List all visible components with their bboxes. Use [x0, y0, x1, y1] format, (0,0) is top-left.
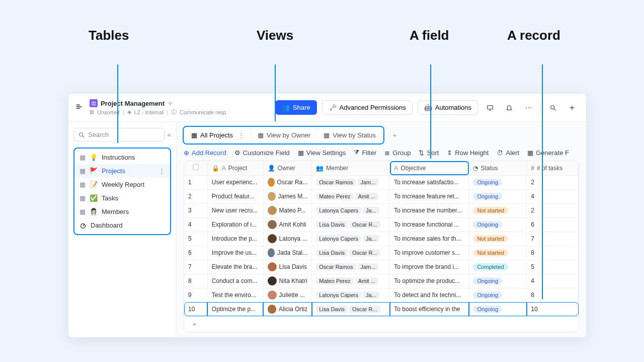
cell-owner[interactable]: Juliette ...: [263, 288, 312, 302]
member-chip[interactable]: Oscar Ramos: [316, 179, 356, 186]
member-chip[interactable]: Ja...: [363, 292, 379, 299]
member-chip[interactable]: Oscar R...: [349, 221, 380, 228]
table-row[interactable]: 4Exploration of i...Amit KohliLisa Davis…: [184, 218, 579, 232]
base-title[interactable]: Project Management: [101, 100, 165, 107]
sidebar-item-weekly-report[interactable]: ▦📝Weekly Report: [74, 178, 170, 191]
plus-icon[interactable]: [565, 101, 579, 115]
member-chip[interactable]: Latonya Capers: [316, 207, 361, 214]
cell-status[interactable]: Completed: [469, 260, 527, 274]
select-all-checkbox[interactable]: [193, 164, 199, 170]
cell-project[interactable]: Introduce the p...: [207, 232, 263, 246]
member-chip[interactable]: Latonya Capers: [316, 292, 361, 299]
cell-project[interactable]: Conduct a com...: [207, 274, 263, 288]
cell-member[interactable]: Lisa DavisOscar R...: [312, 246, 390, 260]
member-chip[interactable]: Lisa Davis: [316, 249, 348, 256]
cell-project[interactable]: New user recru...: [207, 203, 263, 218]
cell-tasks[interactable]: 10: [527, 302, 579, 316]
view-settings-button[interactable]: ▦View Settings: [298, 149, 346, 157]
column-member[interactable]: 👥Member: [312, 161, 390, 175]
security-label[interactable]: L2 - Internal: [134, 109, 164, 115]
cell-member[interactable]: Lisa DavisOscar R...: [312, 302, 390, 316]
cell-owner[interactable]: Jada Stal...: [263, 246, 312, 260]
cell-project[interactable]: Optimize the p...: [207, 302, 263, 316]
share-button[interactable]: 👥 Share: [275, 100, 317, 115]
member-chip[interactable]: Oscar Ramos: [316, 263, 356, 270]
cell-tasks[interactable]: 2: [527, 203, 579, 218]
pin-icon[interactable]: ✧: [168, 100, 173, 107]
cell-project[interactable]: Exploration of i...: [207, 218, 263, 232]
sidebar-item-dashboard[interactable]: Dashboard: [74, 219, 170, 232]
cell-status[interactable]: Ongoing: [469, 302, 527, 316]
cell-status[interactable]: Ongoing: [469, 189, 527, 203]
cell-objective[interactable]: To boost efficiency in the: [390, 302, 469, 316]
cell-tasks[interactable]: 5: [527, 260, 579, 274]
view-tab[interactable]: ▦View by Status: [318, 129, 381, 141]
advanced-permissions-button[interactable]: 🗝️ Advanced Permissions: [322, 100, 413, 115]
cell-member[interactable]: Latonya CapersJa...: [312, 232, 390, 246]
member-chip[interactable]: Jam...: [358, 179, 379, 186]
member-chip[interactable]: Amit ...: [355, 277, 378, 284]
cell-member[interactable]: Latonya CapersJa...: [312, 203, 390, 218]
search-icon[interactable]: [546, 101, 560, 115]
generate-button[interactable]: ▦Generate F: [527, 149, 569, 157]
member-chip[interactable]: Lisa Davis: [316, 221, 348, 228]
filter-button[interactable]: ⧩Filter: [354, 149, 376, 157]
alert-button[interactable]: ⏱Alert: [497, 149, 519, 157]
sidebar-item-members[interactable]: ▦👩🏻‍💼Members: [74, 205, 170, 219]
cell-project[interactable]: Improve the us...: [207, 246, 263, 260]
cell-status[interactable]: Ongoing: [469, 218, 527, 232]
cell-owner[interactable]: Lisa Davis: [263, 260, 312, 274]
column-status[interactable]: ◔Status: [469, 161, 527, 175]
cell-objective[interactable]: To increase functional ...: [390, 218, 469, 232]
row-height-button[interactable]: ⇕Row Height: [447, 149, 489, 157]
member-chip[interactable]: Oscar R...: [349, 249, 380, 256]
member-chip[interactable]: Latonya Capers: [316, 235, 361, 242]
member-chip[interactable]: Mateo Perez: [316, 193, 353, 200]
cell-objective[interactable]: To improve the brand i...: [390, 260, 469, 274]
cell-tasks[interactable]: 6: [527, 218, 579, 232]
cell-project[interactable]: Elevate the bra...: [207, 260, 263, 274]
table-row[interactable]: 7Elevate the bra...Lisa DavisOscar Ramos…: [184, 260, 579, 274]
cell-objective[interactable]: To increase feature ret...: [390, 189, 469, 203]
member-chip[interactable]: Lisa Davis: [316, 306, 348, 313]
cell-status[interactable]: Not started: [469, 232, 527, 246]
cell-owner[interactable]: Mateo P...: [263, 203, 312, 218]
column-owner[interactable]: 👤Owner: [263, 161, 312, 175]
cell-objective[interactable]: To increase satisfactio...: [390, 175, 469, 189]
cell-tasks[interactable]: 4: [527, 274, 579, 288]
presentation-icon[interactable]: [483, 101, 497, 115]
table-row[interactable]: 9Test the enviro...Juliette ...Latonya C…: [184, 288, 579, 302]
cell-member[interactable]: Latonya CapersJa...: [312, 288, 390, 302]
cell-member[interactable]: Oscar RamosJam...: [312, 175, 390, 189]
folder-label[interactable]: Unsorted: [97, 109, 120, 115]
add-view-button[interactable]: ＋: [388, 129, 401, 142]
column-objective[interactable]: AObjective: [390, 161, 469, 175]
more-icon[interactable]: ⋯: [521, 101, 535, 115]
cell-status[interactable]: Ongoing: [469, 274, 527, 288]
cell-status[interactable]: Not started: [469, 246, 527, 260]
cell-project[interactable]: Product featur...: [207, 189, 263, 203]
collapse-sidebar-icon[interactable]: «: [168, 131, 171, 138]
cell-status[interactable]: Ongoing: [469, 288, 527, 302]
cell-status[interactable]: Ongoing: [469, 175, 527, 189]
member-chip[interactable]: Ja...: [363, 207, 379, 214]
cell-tasks[interactable]: 8: [527, 246, 579, 260]
member-chip[interactable]: Jam...: [358, 263, 379, 270]
cell-member[interactable]: Mateo PerezAmit ...: [312, 274, 390, 288]
view-tab[interactable]: ▦All Projects⋮: [186, 129, 250, 141]
more-icon[interactable]: ⋮: [158, 167, 165, 175]
cell-member[interactable]: Lisa DavisOscar R...: [312, 218, 390, 232]
table-row[interactable]: 10Optimize the p...Alicia OrtizLisa Davi…: [184, 302, 579, 316]
cell-tasks[interactable]: 8: [527, 288, 579, 302]
column-project[interactable]: 🔒AProject: [207, 161, 263, 175]
bell-icon[interactable]: [502, 101, 516, 115]
cell-owner[interactable]: Latonya ...: [263, 232, 312, 246]
more-icon[interactable]: ⋮: [238, 131, 245, 139]
cell-status[interactable]: Not started: [469, 203, 527, 218]
cell-project[interactable]: Test the enviro...: [207, 288, 263, 302]
sidebar-item-instructions[interactable]: ▦💡Instructions: [74, 151, 170, 164]
add-row-button[interactable]: ＋: [184, 317, 579, 332]
cell-member[interactable]: Oscar RamosJam...: [312, 260, 390, 274]
table-row[interactable]: 3New user recru...Mateo P...Latonya Cape…: [184, 203, 579, 218]
sidebar-item-tasks[interactable]: ▦✅Tasks: [74, 191, 170, 205]
